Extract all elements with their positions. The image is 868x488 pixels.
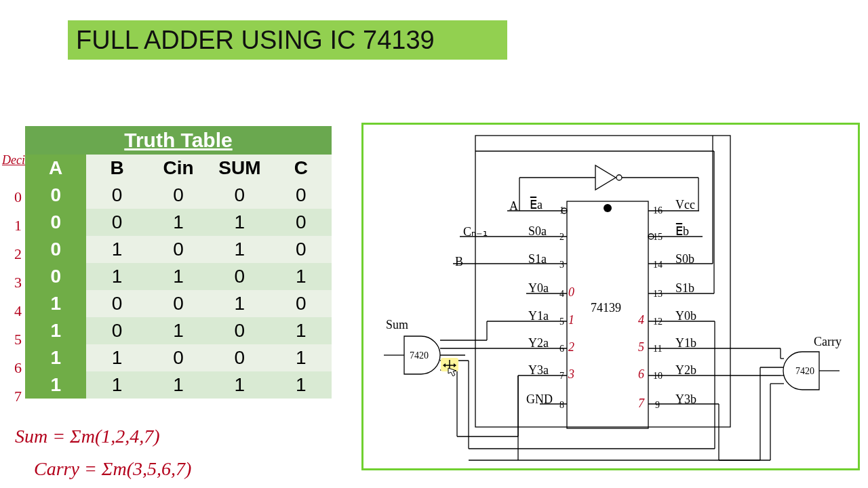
input-Cin-label: Cₙ₋₁ — [463, 225, 488, 239]
svg-text:12: 12 — [653, 317, 663, 327]
col-header-C: C — [271, 155, 332, 182]
svg-text:13: 13 — [653, 289, 663, 299]
input-A-label: A — [509, 199, 518, 213]
row-index-4: 4 — [8, 302, 22, 320]
table-row: 00000 — [25, 182, 332, 209]
svg-text:5: 5 — [559, 317, 564, 327]
svg-text:10: 10 — [653, 371, 663, 381]
svg-text:Y2b: Y2b — [675, 363, 696, 377]
table-row: 00110 — [25, 209, 332, 236]
truth-table-caption: Truth Table — [25, 126, 332, 155]
row-index-0: 0 — [8, 188, 22, 206]
svg-text:Y1b: Y1b — [675, 336, 696, 350]
svg-text:6: 6 — [638, 367, 644, 381]
sum-output-label: Sum — [386, 318, 408, 331]
svg-text:14: 14 — [653, 260, 663, 270]
right-gate-label: 7420 — [795, 366, 814, 376]
svg-text:2: 2 — [568, 340, 574, 354]
page-title: FULL ADDER USING IC 74139 — [68, 20, 507, 60]
svg-text:1: 1 — [568, 313, 574, 327]
table-row: 11111 — [25, 371, 332, 399]
svg-text:4: 4 — [638, 313, 644, 327]
row-index-3: 3 — [8, 274, 22, 291]
svg-text:S1a: S1a — [528, 252, 547, 266]
truth-table: Truth Table A B Cin SUM C 00000 00110 01… — [25, 126, 332, 399]
table-row: 01010 — [25, 236, 332, 263]
svg-marker-3 — [595, 165, 616, 190]
row-index-1: 1 — [8, 217, 22, 235]
col-header-SUM: SUM — [209, 155, 270, 182]
table-row: 11001 — [25, 344, 332, 371]
col-header-B: B — [86, 155, 147, 182]
left-gate-label: 7420 — [410, 350, 429, 361]
svg-text:GND: GND — [526, 392, 553, 406]
col-header-A: A — [25, 155, 86, 182]
svg-text:S0a: S0a — [528, 224, 547, 238]
svg-text:S1b: S1b — [675, 281, 694, 295]
svg-text:Y3a: Y3a — [528, 363, 549, 377]
right-pins: Vcc16 E̅b15 S0b14 S1b13 Y0b124 Y1b115 Y2… — [638, 198, 696, 410]
circuit-diagram: .wire { stroke:#000; stroke-width:1.3; f… — [361, 123, 860, 470]
svg-text:E̅a: E̅a — [530, 197, 542, 211]
svg-text:2: 2 — [559, 232, 564, 242]
row-index-2: 2 — [8, 245, 22, 263]
svg-text:3: 3 — [559, 260, 564, 270]
svg-text:8: 8 — [559, 400, 564, 410]
svg-text:Vcc: Vcc — [675, 198, 695, 211]
svg-text:S0b: S0b — [675, 252, 694, 266]
svg-text:Y0a: Y0a — [528, 281, 549, 295]
svg-text:1: 1 — [559, 205, 564, 216]
svg-point-4 — [616, 175, 622, 180]
svg-text:Y3b: Y3b — [675, 392, 696, 406]
svg-text:4: 4 — [559, 289, 564, 299]
row-index-7: 7 — [8, 388, 22, 405]
row-index-5: 5 — [8, 331, 22, 348]
svg-text:3: 3 — [568, 367, 574, 381]
svg-text:Y1a: Y1a — [528, 309, 549, 323]
svg-text:Y0b: Y0b — [675, 309, 696, 323]
svg-text:E̅b: E̅b — [675, 223, 689, 238]
svg-text:11: 11 — [653, 344, 662, 354]
svg-text:7: 7 — [638, 396, 645, 410]
input-B-label: B — [455, 255, 463, 268]
table-row: 10101 — [25, 317, 332, 344]
svg-rect-1 — [567, 201, 648, 428]
carry-output-label: Carry — [814, 335, 842, 348]
svg-text:9: 9 — [655, 400, 660, 410]
svg-point-2 — [604, 204, 612, 212]
sum-equation: Sum = Σm(1,2,4,7) — [15, 426, 160, 447]
table-row: 01101 — [25, 263, 332, 290]
col-header-Cin: Cin — [148, 155, 209, 182]
svg-text:5: 5 — [638, 340, 644, 354]
svg-text:0: 0 — [568, 285, 574, 299]
svg-text:6: 6 — [559, 344, 564, 354]
svg-text:7: 7 — [559, 371, 564, 381]
row-index-6: 6 — [8, 359, 22, 377]
table-row: 10010 — [25, 290, 332, 317]
svg-text:Y2a: Y2a — [528, 336, 549, 350]
svg-text:15: 15 — [653, 232, 663, 242]
carry-equation: Carry = Σm(3,5,6,7) — [34, 458, 191, 480]
svg-text:16: 16 — [653, 205, 663, 216]
ic-label: 74139 — [591, 301, 621, 314]
